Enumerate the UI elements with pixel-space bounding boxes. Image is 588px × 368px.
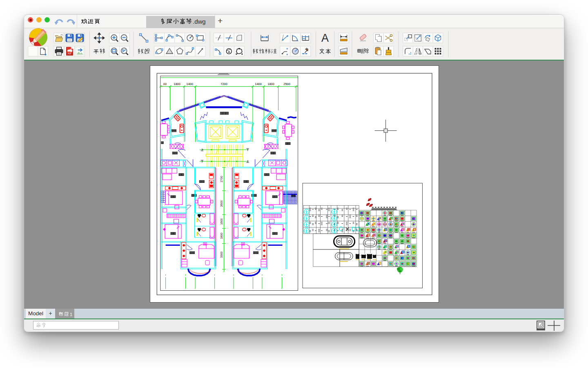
svg-text:7200: 7200 [220,82,227,86]
svg-text:1600: 1600 [220,218,223,225]
svg-text:1400: 1400 [186,82,193,86]
svg-text:1: 1 [70,312,72,316]
svg-text:PDF: PDF [68,53,71,55]
svg-text:1800: 1800 [220,233,223,239]
svg-text:1800: 1800 [174,82,180,86]
svg-text:1400: 1400 [255,82,262,86]
svg-text:A: A [321,32,329,44]
svg-text:2700: 2700 [220,176,223,182]
svg-text:2600: 2600 [220,200,223,207]
svg-text:1800: 1800 [267,82,274,86]
svg-text:00: 00 [163,82,167,86]
svg-text:2500: 2500 [283,82,290,86]
svg-text:3300: 3300 [220,251,223,258]
